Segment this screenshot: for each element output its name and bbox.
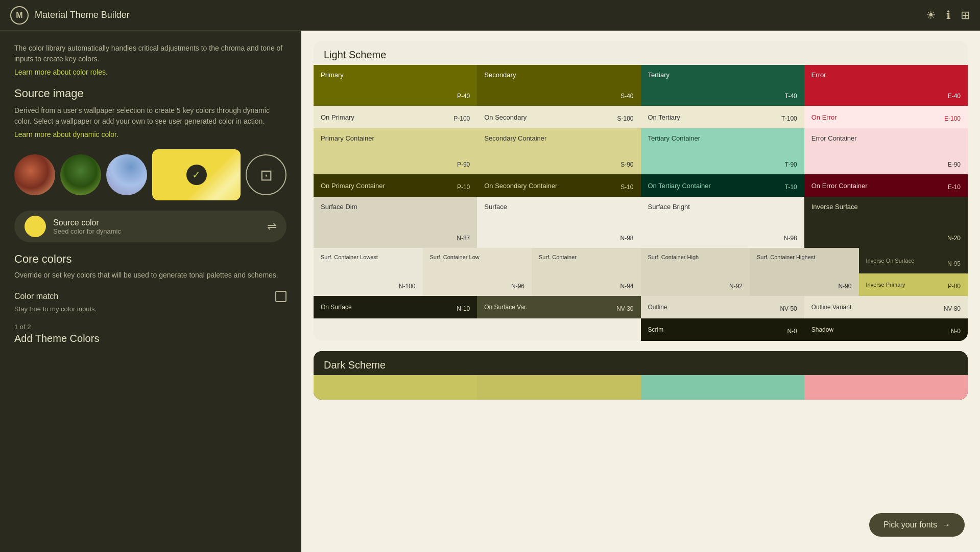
surface-label: Surface bbox=[484, 203, 633, 211]
upload-icon: ⊡ bbox=[260, 166, 273, 184]
secondary-code: S-40 bbox=[620, 93, 633, 100]
on-primary-container-label: On Primary Container bbox=[321, 182, 385, 190]
surf-highest-label: Surf. Container Highest bbox=[757, 254, 852, 260]
surface-three: Surface Dim N-87 Surface N-98 Surface Br… bbox=[314, 197, 804, 248]
on-error-container-cell: On Error Container E-10 bbox=[804, 174, 968, 197]
inverse-primary-label: Inverse Primary bbox=[866, 282, 905, 288]
app-title: Material Theme Builder bbox=[35, 10, 130, 20]
shuffle-icon[interactable]: ⇌ bbox=[267, 220, 276, 233]
tertiary-code: T-40 bbox=[785, 93, 797, 100]
on-tertiary-container-cell: On Tertiary Container T-10 bbox=[641, 174, 804, 197]
color-match-title: Color match bbox=[14, 292, 58, 301]
on-surface-cell: On Surface N-10 bbox=[314, 296, 477, 318]
inverse-primary-code: P-80 bbox=[948, 283, 961, 290]
dynamic-color-link[interactable]: Learn more about dynamic color. bbox=[14, 130, 118, 139]
scrim-code: N-0 bbox=[787, 328, 797, 335]
shadow-code: N-0 bbox=[951, 328, 961, 335]
wallpaper-thumb-leaves[interactable] bbox=[60, 154, 101, 195]
primary-code: P-40 bbox=[457, 93, 470, 100]
surface-bright-label: Surface Bright bbox=[648, 203, 797, 211]
on-primary-cell: On Primary P-100 bbox=[314, 106, 477, 128]
surface-bright-cell: Surface Bright N-98 bbox=[641, 197, 804, 248]
wallpaper-thumb-sky[interactable] bbox=[106, 154, 147, 195]
error-cell: Error E-40 bbox=[804, 65, 968, 106]
color-match-checkbox[interactable] bbox=[275, 291, 286, 302]
pick-fonts-label: Pick your fonts bbox=[883, 520, 937, 530]
on-surface-var-cell: On Surface Var. NV-30 bbox=[477, 296, 640, 318]
app-logo: M bbox=[10, 6, 29, 25]
surface-bright-code: N-98 bbox=[784, 235, 797, 242]
surface-area: Surface Dim N-87 Surface N-98 Surface Br… bbox=[314, 197, 968, 248]
surface-code: N-98 bbox=[620, 235, 633, 242]
secondary-container-cell: Secondary Container S-90 bbox=[477, 128, 640, 174]
shadow-label: Shadow bbox=[811, 326, 833, 333]
source-color-bar: Source color Seed color for dynamic ⇌ bbox=[14, 211, 286, 242]
inverse-surface-label: Inverse Surface bbox=[811, 203, 961, 211]
secondary-container-label: Secondary Container bbox=[484, 134, 633, 142]
on-secondary-container-code: S-10 bbox=[620, 183, 633, 191]
row-on-primary: On Primary P-100 On Secondary S-100 On T… bbox=[314, 106, 968, 128]
surf-low-label: Surf. Container Low bbox=[430, 254, 525, 260]
surf-five: Surf. Container Lowest N-100 Surf. Conta… bbox=[314, 248, 859, 296]
selected-check: ✓ bbox=[186, 165, 207, 185]
wallpaper-upload-button[interactable]: ⊡ bbox=[246, 154, 286, 195]
error-container-cell: Error Container E-90 bbox=[804, 128, 968, 174]
surf-low-code: N-96 bbox=[511, 283, 524, 290]
source-color-text: Source color Seed color for dynamic bbox=[53, 218, 260, 235]
surface-dim-label: Surface Dim bbox=[321, 203, 470, 211]
row-on-containers: On Primary Container P-10 On Secondary C… bbox=[314, 174, 968, 197]
inverse-col: Inverse On Surface N-95 Inverse Primary … bbox=[859, 248, 968, 296]
on-tertiary-container-code: T-10 bbox=[785, 183, 797, 191]
on-primary-code: P-100 bbox=[453, 115, 470, 122]
on-tertiary-label: On Tertiary bbox=[648, 113, 680, 121]
layout-icon[interactable]: ⊞ bbox=[961, 9, 970, 22]
color-roles-link[interactable]: Learn more about color roles. bbox=[14, 68, 108, 76]
inverse-on-surface-cell: Inverse On Surface N-95 bbox=[859, 248, 968, 273]
on-tertiary-code: T-100 bbox=[781, 115, 797, 122]
tertiary-container-label: Tertiary Container bbox=[648, 134, 797, 142]
wallpaper-thumb-yellow[interactable]: ✓ bbox=[152, 149, 241, 200]
row-primary: Primary P-40 Secondary S-40 Tertiary T-4… bbox=[314, 65, 968, 106]
surf-mid-cell: Surf. Container N-94 bbox=[532, 248, 641, 296]
source-color-swatch bbox=[25, 216, 46, 237]
wallpaper-thumb-autumn[interactable] bbox=[14, 154, 55, 195]
add-theme-colors-title: Add Theme Colors bbox=[14, 333, 286, 344]
surf-low-cell: Surf. Container Low N-96 bbox=[423, 248, 532, 296]
surf-highest-code: N-90 bbox=[838, 283, 851, 290]
surf-mid-label: Surf. Container bbox=[539, 254, 634, 260]
on-secondary-container-label: On Secondary Container bbox=[484, 182, 557, 190]
on-secondary-label: On Secondary bbox=[484, 113, 527, 121]
scrim-shadow-row: Scrim N-0 Shadow N-0 bbox=[641, 318, 968, 341]
surf-lowest-cell: Surf. Container Lowest N-100 bbox=[314, 248, 423, 296]
on-surface-label: On Surface bbox=[321, 304, 352, 311]
brightness-icon[interactable]: ☀ bbox=[926, 9, 936, 22]
on-error-container-code: E-10 bbox=[948, 183, 961, 191]
source-color-label: Source color bbox=[53, 218, 260, 227]
tertiary-container-code: T-90 bbox=[785, 161, 797, 168]
inverse-surface-col: Inverse Surface N-20 bbox=[804, 197, 968, 248]
pick-fonts-button[interactable]: Pick your fonts → bbox=[869, 513, 965, 537]
surface-dim-cell: Surface Dim N-87 bbox=[314, 197, 477, 248]
inverse-surface-cell: Inverse Surface N-20 bbox=[804, 197, 968, 248]
topbar-left: M Material Theme Builder bbox=[10, 6, 130, 25]
on-error-code: E-100 bbox=[944, 115, 961, 122]
info-icon[interactable]: ℹ bbox=[946, 9, 950, 22]
on-primary-container-code: P-10 bbox=[457, 183, 470, 191]
primary-container-cell: Primary Container P-90 bbox=[314, 128, 477, 174]
on-secondary-code: S-100 bbox=[617, 115, 633, 122]
dark-scheme-card: Dark Scheme bbox=[314, 351, 968, 400]
color-match-sub: Stay true to my color inputs. bbox=[14, 305, 286, 313]
color-match-row: Color match bbox=[14, 291, 286, 302]
page-indicator: 1 of 2 bbox=[14, 323, 286, 331]
tertiary-cell: Tertiary T-40 bbox=[641, 65, 804, 106]
dark-tertiary-bar bbox=[641, 375, 804, 400]
dark-secondary-bar bbox=[477, 375, 640, 400]
inverse-surface-code: N-20 bbox=[947, 235, 961, 242]
wallpaper-thumbnails: ✓ ⊡ bbox=[14, 149, 286, 200]
outline-variant-cell: Outline Variant NV-80 bbox=[804, 296, 968, 318]
surface-dim-code: N-87 bbox=[457, 235, 470, 242]
surface-cell: Surface N-98 bbox=[477, 197, 640, 248]
dark-primary-bar bbox=[314, 375, 477, 400]
left-panel: The color library automatically handles … bbox=[0, 31, 301, 552]
pick-fonts-arrow: → bbox=[942, 520, 950, 530]
